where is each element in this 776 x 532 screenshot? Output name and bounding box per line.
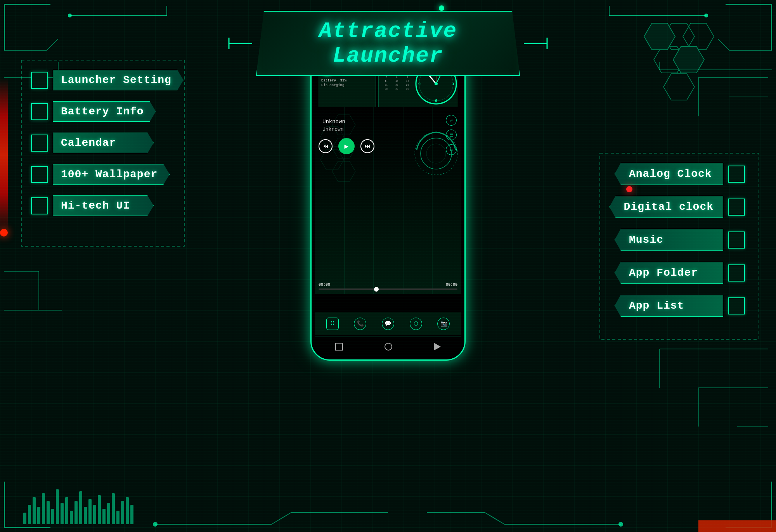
svg-marker-39 [644,23,675,50]
eq-bar [79,491,82,524]
menu-square-hitech [31,197,48,214]
menu-square-launcher [31,72,48,89]
right-label-analog: Analog Clock [629,168,712,180]
sidebar-item-app-list[interactable]: App List [610,295,745,317]
corner-decoration-tl [4,4,50,50]
phone-middle-bg: Unknown Unknown ⏮ ▶ ⏭ ⇌ ☰ ↻ [315,107,461,294]
right-label-list: App List [629,300,684,312]
next-button[interactable]: ⏭ [360,139,374,153]
eq-bar [130,505,133,524]
right-label-digital: Digital clock [624,201,714,213]
svg-marker-35 [683,23,714,50]
charging-status-text: DisCharging [321,83,372,87]
menu-square-battery [31,103,48,120]
svg-point-64 [426,144,446,163]
sidebar-item-hitech[interactable]: Hi-tech UI [31,195,184,216]
svg-point-63 [421,138,452,169]
menu-label-wrap-wallpaper: 100+ Wallpaper [53,164,170,185]
progress-track[interactable] [319,288,457,290]
svg-marker-33 [644,23,675,50]
hex-group [621,19,737,116]
play-button[interactable]: ▶ [338,138,355,154]
menu-label-wrap-calendar: Calendar [53,133,154,153]
eq-bar [84,507,87,524]
time-total: 00:00 [446,283,457,287]
sidebar-item-wallpaper[interactable]: 100+ Wallpaper [31,164,184,185]
progress-times: 00:00 00:00 [319,283,457,287]
svg-point-2 [68,14,72,17]
prev-button[interactable]: ⏮ [319,139,333,153]
svg-marker-60 [332,161,355,181]
eq-bar [33,497,36,524]
sidebar-item-digital-clock[interactable]: Digital clock [610,196,745,218]
battery-status-text: Battery: 31% [321,79,372,83]
title-banner: Attractive Launcher [256,11,520,76]
camera-app-icon[interactable]: 📷 [437,318,450,330]
cal-cell: 14 [381,79,391,83]
menu-label-calendar: Calendar [61,137,116,149]
nav-home-button[interactable] [385,343,392,351]
cal-cell: 29 [392,87,402,91]
cal-cell: 28 [381,87,391,91]
right-square-analog [728,166,745,183]
phone-gauge-svg [411,119,461,188]
right-square-digital [728,199,745,216]
svg-point-56 [435,82,438,85]
red-dot-left [0,229,8,237]
sidebar-item-analog-clock[interactable]: Analog Clock [610,163,745,185]
sidebar-item-app-folder[interactable]: App Folder [610,262,745,284]
eq-bar [112,493,115,524]
phone-music-controls: ⏮ ▶ ⏭ [319,138,374,154]
svg-text:6: 6 [435,99,437,103]
eq-bar [42,493,45,524]
phone-progress-area: 00:00 00:00 [319,283,457,290]
eq-bar [107,503,110,524]
cal-cell: 22 [392,83,402,87]
app-title: Attractive Launcher [280,19,496,68]
equalizer-bars [23,485,133,524]
menu-square-calendar [31,135,48,152]
eq-bar [121,501,124,524]
sidebar-item-battery-info[interactable]: Battery Info [31,101,184,122]
phone-nav-bar [315,336,461,356]
browser-icon[interactable]: ⬡ [410,318,422,330]
phone-icon[interactable]: 📞 [354,318,366,330]
eq-bar [47,501,50,524]
right-label-wrap-analog: Analog Clock [615,163,723,185]
right-label-folder: App Folder [629,267,698,279]
red-accent-left [0,78,8,233]
eq-bar [70,511,73,524]
eq-bar [56,489,59,524]
right-label-wrap-music: Music [615,229,723,251]
menu-label-wrap-battery: Battery Info [53,101,156,122]
svg-marker-37 [673,47,704,73]
cal-cell: 16 [402,79,413,83]
app-drawer-icon[interactable]: ⠿ [326,318,339,330]
svg-marker-36 [654,47,685,73]
svg-marker-34 [663,23,695,50]
eq-bar [37,507,40,524]
nav-back-button[interactable] [335,343,343,351]
sidebar-item-launcher-setting[interactable]: Launcher Setting [31,70,184,90]
title-bracket-right-svg [520,32,551,55]
svg-marker-40 [673,47,704,73]
progress-handle[interactable] [374,287,379,292]
right-label-wrap-digital: Digital clock [610,196,723,218]
nav-recents-icon[interactable] [434,343,441,351]
right-square-folder [728,264,745,282]
phone-outer: 10:32 AM ✦ ▶ 📶 ⚙ Battery [310,43,466,361]
svg-point-5 [704,14,708,17]
cal-cell: 21 [381,83,391,87]
phone-app-bar: ⠿ 📞 💬 ⬡ 📷 [315,312,461,335]
sidebar-item-music[interactable]: Music [610,229,745,251]
sidebar-item-calendar[interactable]: Calendar [31,133,184,153]
eq-bar [102,509,106,524]
teal-dot-top [439,5,444,11]
message-icon[interactable]: 💬 [382,318,394,330]
eq-bar [93,505,96,524]
menu-label-wrap-hitech: Hi-tech UI [53,195,154,216]
cal-cell: 7 [381,76,391,79]
cal-cell: 30 [402,87,413,91]
cal-cell: 23 [402,83,413,87]
phone-screen: 10:32 AM ✦ ▶ 📶 ⚙ Battery [315,47,461,356]
